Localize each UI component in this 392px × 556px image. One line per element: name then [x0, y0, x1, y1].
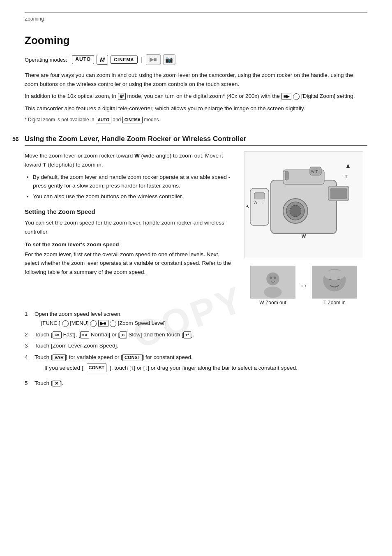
svg-point-20 [264, 287, 281, 298]
top-rule [25, 12, 367, 13]
svg-marker-4 [246, 205, 249, 209]
page-container: Zooming 56 Zooming Operating modes: AUTO… [0, 0, 392, 408]
zoom-lever-desc: For the zoom lever, first set the overal… [25, 250, 232, 277]
zoom-out-label: W Zoom out [259, 300, 286, 306]
var-badge: VAR [53, 354, 66, 361]
col-left: Move the zoom lever or zoom rocker towar… [25, 151, 232, 306]
svg-text:W: W [254, 200, 258, 205]
steps-list: 1 Open the zoom speed level screen. [FUN… [25, 310, 367, 387]
svg-marker-13 [346, 164, 350, 168]
footnote-text: * Digital zoom is not available in AUTO … [25, 116, 367, 123]
svg-point-27 [324, 270, 345, 280]
x-badge: ✕ [53, 380, 60, 387]
svg-point-21 [270, 277, 272, 279]
zoom-out-wrapper: W Zoom out [250, 266, 295, 306]
col-right: W T W [240, 151, 367, 306]
zoom-direction-text: Move the zoom lever or zoom rocker towar… [25, 151, 232, 169]
const-badge2: CONST [87, 364, 107, 373]
step-5-num: 5 [25, 379, 31, 388]
zoom-in-wrapper: T Zoom in [312, 266, 357, 306]
step-2: 2 Touch [»» Fast], [»» Normal] or [›› Sl… [25, 330, 367, 339]
m-badge-inline: M [118, 93, 126, 100]
step-1-num: 1 [25, 310, 31, 327]
svg-text:T: T [345, 174, 348, 179]
zoom-arrow: ↔ [300, 281, 308, 290]
mode-badge-cinema: CINEMA [111, 56, 137, 64]
two-col-section: Move the zoom lever or zoom rocker towar… [25, 151, 367, 306]
const-badge: CONST [122, 354, 143, 361]
menu-badge-inline: ■▶ [281, 93, 292, 100]
step-4-text: Touch [VAR] for variable speed or [CONST… [35, 353, 297, 376]
zoom-in-photo [312, 266, 357, 299]
zoom-photos-row: W Zoom out ↔ [250, 266, 357, 306]
diagram-area: W T W [240, 151, 367, 306]
step-1: 1 Open the zoom speed level screen. [FUN… [25, 310, 367, 327]
subsection-zoom-speed: Setting the Zoom Speed [25, 208, 232, 215]
page-number: 56 [12, 136, 19, 142]
circle2 [90, 320, 97, 327]
mode-badge-m: M [97, 55, 108, 65]
svg-text:W  T: W T [311, 169, 318, 174]
section-title: Using the Zoom Lever, Handle Zoom Rocker… [25, 135, 367, 146]
zoom-speed-text: You can set the zoom speed for the zoom … [25, 218, 232, 236]
circle-btn-inline [293, 93, 300, 100]
svg-rect-3 [254, 192, 265, 199]
step-3: 3 Touch [Zoom Lever Zoom Speed]. [25, 341, 367, 350]
step-3-num: 3 [25, 341, 31, 350]
bullet-list: By default, the zoom lever and handle zo… [25, 173, 232, 201]
step-2-text: Touch [»» Fast], [»» Normal] or [›› Slow… [35, 330, 194, 339]
zoom-out-photo [250, 266, 295, 299]
mode-divider: | [141, 56, 143, 63]
back-badge: ↩ [183, 331, 191, 338]
operating-modes-row: Operating modes: AUTO M CINEMA | ▶■ 📷 [25, 54, 367, 65]
svg-rect-16 [330, 188, 347, 199]
tele-label: T [43, 162, 46, 168]
step-5-text: Touch [✕]. [35, 379, 63, 388]
svg-rect-17 [285, 171, 288, 180]
step-5: 5 Touch [✕]. [25, 379, 367, 388]
svg-text:W: W [302, 234, 306, 239]
tele-converter-text: This camcorder also features a digital t… [25, 104, 367, 113]
mode-badge-auto: AUTO [72, 55, 94, 64]
camcorder-svg: W T W [246, 155, 361, 254]
bullet-item-2: You can also use the zoom buttons on the… [33, 192, 232, 201]
svg-point-8 [290, 205, 301, 217]
breadcrumb: Zooming [25, 16, 367, 22]
page-title: Zooming [25, 34, 367, 47]
auto-badge-footnote: AUTO [96, 117, 111, 123]
bullet-item-1: By default, the zoom lever and handle zo… [33, 173, 232, 190]
svg-point-19 [266, 273, 279, 285]
operating-modes-label: Operating modes: [25, 57, 67, 63]
svg-text:T: T [262, 200, 264, 205]
subsubsection-title: To set the zoom lever's zoom speed [25, 241, 232, 248]
step-4-bullet: If you selected [CONST], touch [↑] or [↓… [44, 364, 297, 373]
slow-badge: ›› [120, 331, 127, 338]
circle3 [110, 320, 116, 327]
zoom-in-label: T Zoom in [323, 300, 346, 306]
circle1 [62, 320, 69, 327]
step-4: 4 Touch [VAR] for variable speed or [CON… [25, 353, 367, 376]
svg-point-22 [274, 277, 276, 279]
intro-text: There are four ways you can zoom in and … [25, 71, 367, 88]
step-2-num: 2 [25, 330, 31, 339]
step-1-text: Open the zoom speed level screen. [FUNC.… [35, 310, 166, 327]
step-4-num: 4 [25, 353, 31, 376]
mode-badge-cam: 📷 [163, 54, 175, 65]
wide-label: W [134, 153, 140, 159]
fast-badge: »» [53, 331, 62, 338]
cinema-badge-footnote: CINEMA [122, 117, 143, 123]
mode-badge-play: ▶■ [146, 54, 161, 65]
digital-zoom-text: In addition to the 10x optical zoom, in … [25, 92, 367, 101]
camcorder-diagram: W T W [244, 151, 363, 258]
menu-icon-badge: ▶■ [98, 320, 108, 327]
step-3-text: Touch [Zoom Lever Zoom Speed]. [35, 341, 118, 350]
normal-badge: »» [80, 331, 89, 338]
